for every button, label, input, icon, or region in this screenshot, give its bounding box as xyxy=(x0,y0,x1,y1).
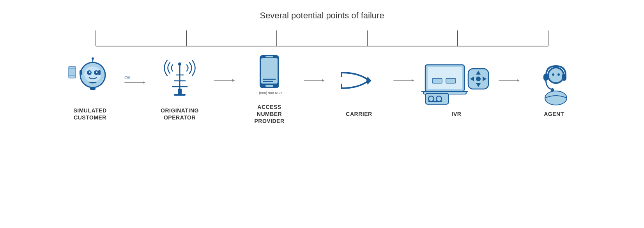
arrow-4-svg xyxy=(392,75,416,86)
carrier-svg xyxy=(336,59,382,106)
svg-marker-23 xyxy=(143,81,145,84)
arrow-3 xyxy=(301,75,328,86)
agent-label: AGENT xyxy=(544,110,564,118)
svg-point-19 xyxy=(92,57,94,60)
svg-marker-32 xyxy=(232,79,235,82)
arrow-4 xyxy=(390,75,418,86)
carrier-icon xyxy=(336,59,382,106)
svg-point-68 xyxy=(557,73,560,76)
simulated-customer-icon xyxy=(67,55,113,102)
svg-point-30 xyxy=(178,62,181,66)
svg-rect-17 xyxy=(98,70,101,75)
access-number-provider-svg: 1 (888) 908 6171 xyxy=(246,52,293,99)
svg-point-15 xyxy=(96,71,97,73)
bracket-container xyxy=(73,25,571,48)
ivr-label: IVR xyxy=(452,110,462,118)
bracket-svg xyxy=(73,25,571,48)
access-number-provider-icon: 1 (888) 908 6171 xyxy=(246,52,293,99)
top-label: Several potential points of failure xyxy=(260,11,384,21)
originating-operator-icon xyxy=(156,55,203,102)
svg-rect-16 xyxy=(80,70,82,75)
svg-marker-47 xyxy=(412,79,414,82)
simulated-customer-svg xyxy=(67,55,113,102)
node-carrier: CARRIER xyxy=(328,59,390,118)
carrier-label: CARRIER xyxy=(346,110,372,118)
svg-rect-51 xyxy=(432,78,442,83)
svg-rect-49 xyxy=(428,67,462,89)
arrow-2-svg xyxy=(213,75,236,86)
svg-point-66 xyxy=(549,68,563,82)
originating-operator-label: ORIGINATING OPERATOR xyxy=(161,107,199,121)
svg-rect-35 xyxy=(265,56,273,57)
agent-icon xyxy=(531,59,577,106)
svg-point-14 xyxy=(89,71,90,73)
svg-rect-70 xyxy=(562,74,566,81)
svg-marker-43 xyxy=(366,78,372,85)
svg-marker-41 xyxy=(322,79,325,82)
svg-point-67 xyxy=(552,73,554,76)
flow-row: SIMULATED CUSTOMER Call xyxy=(59,52,585,125)
svg-rect-20 xyxy=(90,87,96,90)
svg-rect-52 xyxy=(446,78,456,83)
node-agent: AGENT xyxy=(523,59,585,118)
agent-svg xyxy=(531,59,577,106)
ivr-svg xyxy=(421,59,492,106)
arrow-3-svg xyxy=(303,75,326,86)
arrow-5-svg xyxy=(497,75,521,86)
access-number-provider-label: ACCESS NUMBER PROVIDER xyxy=(254,103,284,125)
svg-rect-7 xyxy=(69,66,76,78)
arrow-2 xyxy=(211,75,238,86)
svg-text:1 (888) 908 6171: 1 (888) 908 6171 xyxy=(256,91,283,95)
arrow-5 xyxy=(495,75,523,86)
node-originating-operator: ORIGINATING OPERATOR xyxy=(149,55,211,121)
node-access-number-provider: 1 (888) 908 6171 ACCESS NUMBER PROVIDER xyxy=(238,52,301,125)
svg-rect-25 xyxy=(174,94,186,96)
originating-operator-svg xyxy=(156,55,203,102)
svg-rect-38 xyxy=(265,85,273,87)
ivr-icon xyxy=(421,59,492,106)
svg-marker-64 xyxy=(517,79,520,82)
diagram-container: Several potential points of failure xyxy=(10,7,634,221)
svg-text:Call: Call xyxy=(124,76,131,80)
svg-rect-24 xyxy=(178,89,182,94)
arrow-1-svg: Call xyxy=(123,75,147,86)
svg-point-62 xyxy=(476,77,481,81)
node-simulated-customer: SIMULATED CUSTOMER xyxy=(59,55,121,121)
simulated-customer-label: SIMULATED CUSTOMER xyxy=(73,107,106,121)
arrow-1: Call xyxy=(121,75,149,86)
node-ivr: IVR xyxy=(418,59,495,118)
